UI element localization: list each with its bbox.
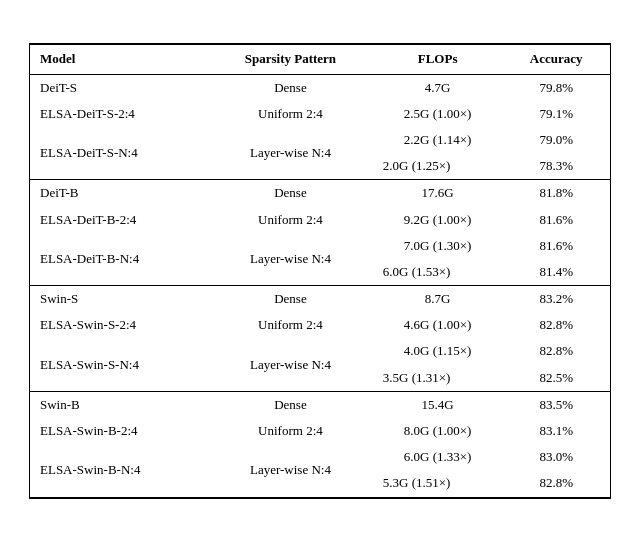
cell-accuracy: 83.0% [502,444,610,470]
table-row: DeiT-SDense4.7G79.8% [30,74,610,101]
results-table: Model Sparsity Pattern FLOPs Accuracy De… [30,44,610,497]
table-row: ELSA-DeiT-S-2:4Uniform 2:42.5G (1.00×)79… [30,101,610,127]
cell-model: ELSA-Swin-S-2:4 [30,312,208,338]
cell-flops: 2.5G (1.00×) [373,101,503,127]
cell-sparsity: Uniform 2:4 [208,312,373,338]
cell-sparsity: Dense [208,180,373,207]
cell-sparsity: Dense [208,286,373,313]
cell-flops: 3.5G (1.31×) [373,365,503,392]
cell-flops: 8.0G (1.00×) [373,418,503,444]
cell-accuracy: 83.1% [502,418,610,444]
table-row: DeiT-BDense17.6G81.8% [30,180,610,207]
cell-accuracy: 79.1% [502,101,610,127]
cell-sparsity: Dense [208,74,373,101]
cell-accuracy: 81.4% [502,259,610,286]
cell-sparsity: Layer-wise N:4 [208,444,373,497]
cell-flops: 6.0G (1.33×) [373,444,503,470]
table-row: ELSA-DeiT-S-N:4Layer-wise N:42.2G (1.14×… [30,127,610,153]
header-row: Model Sparsity Pattern FLOPs Accuracy [30,45,610,74]
cell-model: ELSA-Swin-B-2:4 [30,418,208,444]
col-header-sparsity: Sparsity Pattern [208,45,373,74]
cell-model: Swin-B [30,391,208,418]
table-row: ELSA-Swin-B-N:4Layer-wise N:46.0G (1.33×… [30,444,610,470]
cell-model: ELSA-DeiT-B-2:4 [30,207,208,233]
table-row: ELSA-Swin-B-2:4Uniform 2:48.0G (1.00×)83… [30,418,610,444]
cell-flops: 2.2G (1.14×) [373,127,503,153]
cell-accuracy: 83.5% [502,391,610,418]
table-row: ELSA-DeiT-B-2:4Uniform 2:49.2G (1.00×)81… [30,207,610,233]
cell-flops: 2.0G (1.25×) [373,153,503,180]
col-header-accuracy: Accuracy [502,45,610,74]
cell-flops: 6.0G (1.53×) [373,259,503,286]
cell-accuracy: 82.8% [502,470,610,497]
cell-sparsity: Layer-wise N:4 [208,338,373,391]
cell-accuracy: 79.8% [502,74,610,101]
cell-accuracy: 81.6% [502,233,610,259]
cell-accuracy: 79.0% [502,127,610,153]
cell-flops: 5.3G (1.51×) [373,470,503,497]
cell-accuracy: 82.8% [502,312,610,338]
cell-model: ELSA-DeiT-B-N:4 [30,233,208,286]
cell-flops: 9.2G (1.00×) [373,207,503,233]
cell-sparsity: Layer-wise N:4 [208,233,373,286]
cell-flops: 15.4G [373,391,503,418]
cell-accuracy: 82.5% [502,365,610,392]
cell-sparsity: Dense [208,391,373,418]
cell-model: ELSA-DeiT-S-N:4 [30,127,208,180]
cell-model: DeiT-B [30,180,208,207]
table-row: ELSA-Swin-S-N:4Layer-wise N:44.0G (1.15×… [30,338,610,364]
cell-accuracy: 83.2% [502,286,610,313]
table-container: Model Sparsity Pattern FLOPs Accuracy De… [29,43,611,498]
cell-model: Swin-S [30,286,208,313]
cell-flops: 4.6G (1.00×) [373,312,503,338]
cell-flops: 17.6G [373,180,503,207]
table-row: Swin-BDense15.4G83.5% [30,391,610,418]
cell-sparsity: Uniform 2:4 [208,101,373,127]
cell-model: ELSA-DeiT-S-2:4 [30,101,208,127]
table-row: Swin-SDense8.7G83.2% [30,286,610,313]
cell-flops: 8.7G [373,286,503,313]
cell-sparsity: Uniform 2:4 [208,207,373,233]
cell-model: ELSA-Swin-S-N:4 [30,338,208,391]
cell-sparsity: Layer-wise N:4 [208,127,373,180]
table-row: ELSA-DeiT-B-N:4Layer-wise N:47.0G (1.30×… [30,233,610,259]
cell-accuracy: 81.6% [502,207,610,233]
cell-accuracy: 82.8% [502,338,610,364]
cell-flops: 4.7G [373,74,503,101]
cell-sparsity: Uniform 2:4 [208,418,373,444]
cell-model: ELSA-Swin-B-N:4 [30,444,208,497]
table-row: ELSA-Swin-S-2:4Uniform 2:44.6G (1.00×)82… [30,312,610,338]
cell-accuracy: 81.8% [502,180,610,207]
cell-flops: 4.0G (1.15×) [373,338,503,364]
cell-model: DeiT-S [30,74,208,101]
cell-accuracy: 78.3% [502,153,610,180]
cell-flops: 7.0G (1.30×) [373,233,503,259]
col-header-model: Model [30,45,208,74]
col-header-flops: FLOPs [373,45,503,74]
